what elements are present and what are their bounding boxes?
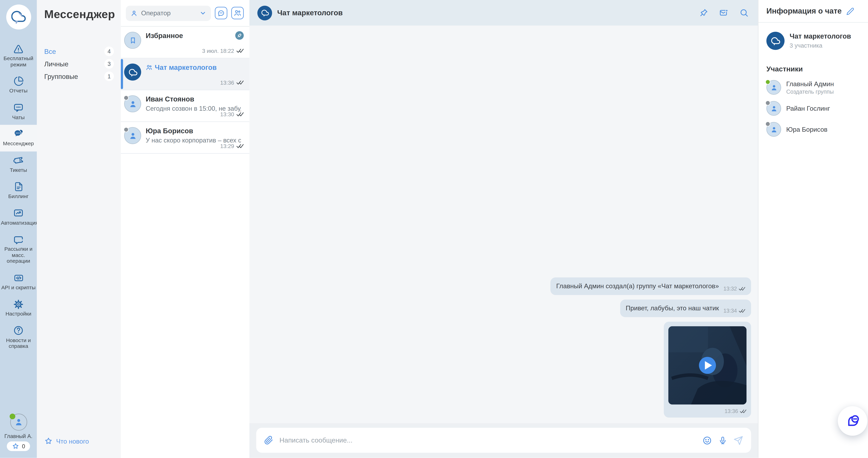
sidebar-item-label: Отчеты [9, 88, 28, 94]
sidebar-item-label: Мессенджер [3, 141, 34, 147]
operator-filter-value: Оператор [141, 10, 196, 17]
star-icon [44, 437, 53, 445]
left-rail: Бесплатный режим Отчеты Чаты Мессенджер [0, 0, 37, 458]
chat-time: 3 июл. 18:22 [202, 48, 234, 54]
chat-time: 13:30 [220, 111, 234, 117]
search-icon[interactable] [739, 8, 749, 18]
mark-unread-icon[interactable] [719, 8, 729, 18]
user-avatar [124, 95, 141, 112]
message-text: Привет, лабубы, это наш чатик [626, 304, 719, 313]
cloud-chat-icon [770, 36, 781, 46]
rail-user-section: Главный А. 0 [0, 413, 37, 451]
sidebar-item-label: Тикеты [10, 167, 27, 173]
sidebar-item-settings[interactable]: Настройки [0, 295, 37, 321]
chat-list-item-favorites[interactable]: Избранное 3 июл. 18:22 [121, 27, 249, 58]
selected-indicator [121, 59, 123, 89]
warning-triangle-icon [13, 44, 24, 54]
sidebar-item-label: Чаты [12, 114, 25, 120]
chat-list-item-yura[interactable]: Юра Борисов У нас скоро корпоратив – все… [121, 122, 249, 154]
sidebar-item-news-help[interactable]: Новости и справка [0, 321, 37, 354]
pin-icon[interactable] [699, 8, 709, 18]
chat-info-panel: Информация о чате Чат маркетологов 3 уча… [758, 0, 868, 458]
group-info-row: Чат маркетологов 3 участника [767, 32, 868, 50]
member-avatar [767, 122, 781, 137]
message-bubble: Привет, лабубы, это наш чатик 13:34 [620, 299, 751, 317]
chat-meta: 13:29 [220, 143, 244, 149]
support-widget-button[interactable] [838, 406, 867, 436]
chat-list-item-marketers[interactable]: Чат маркетологов 13:36 [121, 58, 249, 90]
operator-filter-select[interactable]: Оператор [126, 5, 211, 21]
read-status-icon [237, 144, 244, 148]
sidebar-item-broadcasts[interactable]: Рассылки и масс. операции [0, 230, 37, 268]
bookmark-icon [128, 36, 137, 45]
emoji-icon[interactable] [702, 435, 712, 445]
message-area: Главный Админ создал(а) группу «Чат марк… [249, 26, 758, 423]
sidebar-item-chats[interactable]: Чаты [0, 98, 37, 125]
rating-badge[interactable]: 0 [7, 441, 30, 451]
chat-list-item-ivan[interactable]: Иван Стоянов Сегодня созвон в 15:00, не … [121, 90, 249, 122]
members-section-header: Участники [767, 65, 868, 74]
chat-title: Избранное [146, 32, 244, 40]
edit-chat-icon[interactable] [846, 7, 854, 15]
sidebar-item-label: Биллинг [8, 193, 29, 199]
info-panel-header: Информация о чате [758, 0, 868, 23]
person-icon [770, 125, 778, 134]
filter-all[interactable]: Все 4 [44, 47, 114, 56]
cloud-chat-logo-icon [11, 10, 26, 25]
question-circle-icon [13, 325, 24, 336]
video-thumbnail[interactable] [669, 326, 747, 405]
group-chat-avatar [124, 64, 141, 81]
whats-new-link[interactable]: Что нового [44, 437, 89, 445]
chat-list-toolbar: Оператор [121, 0, 249, 27]
chat-filters: Все 4 Личные 3 Групповые 1 [44, 47, 121, 81]
gear-icon [13, 299, 24, 309]
person-icon [128, 99, 137, 109]
chart-arrow-icon [13, 208, 24, 218]
member-row-yura[interactable]: Юра Борисов [767, 122, 868, 137]
chat-meta: 3 июл. 18:22 [202, 48, 244, 54]
sidebar-item-label: Новости и справка [1, 337, 36, 349]
sidebar-item-reports[interactable]: Отчеты [0, 72, 37, 98]
current-user-name: Главный А. [4, 433, 32, 439]
chat-widget-icon [845, 413, 860, 429]
pinned-badge [235, 31, 244, 40]
pie-chart-icon [13, 76, 24, 86]
count-badge: 4 [104, 47, 114, 56]
member-row-admin[interactable]: Главный Админ Создатель группы [767, 80, 868, 95]
message-input[interactable] [279, 436, 696, 444]
sidebar-item-label: Рассылки и масс. операции [1, 246, 36, 264]
member-row-ryan[interactable]: Райан Гослинг [767, 101, 868, 116]
sidebar-item-automation[interactable]: Автоматизация [0, 204, 37, 230]
new-group-button[interactable] [231, 7, 244, 19]
group-name: Чат маркетологов [790, 32, 868, 40]
member-avatar [767, 80, 781, 95]
app-logo[interactable] [6, 4, 31, 30]
sidebar-item-billing[interactable]: Биллинг [0, 178, 37, 204]
sidebar-item-messenger[interactable]: Мессенджер [0, 125, 37, 151]
member-name: Главный Админ [786, 80, 834, 87]
group-chat-avatar [767, 32, 784, 50]
chat-preview: У нас скоро корпоратив – всех собирае [146, 137, 241, 144]
message-time: 13:32 [723, 285, 737, 291]
chat-meta: 13:30 [220, 111, 244, 117]
read-status-icon [739, 308, 745, 313]
voice-message-icon[interactable] [718, 435, 727, 445]
sidebar-item-api-scripts[interactable]: API и скрипты [0, 268, 37, 295]
person-icon [770, 104, 778, 113]
read-status-icon [237, 80, 244, 85]
new-chat-button[interactable] [215, 7, 227, 19]
messenger-app: Бесплатный режим Отчеты Чаты Мессенджер [0, 0, 868, 458]
attach-file-icon[interactable] [264, 436, 273, 445]
chat-title: Юра Борисов [146, 127, 244, 135]
chat-title: Чат маркетологов [146, 64, 244, 71]
sidebar-item-free-mode[interactable]: Бесплатный режим [0, 40, 37, 72]
current-user-avatar[interactable] [10, 413, 27, 431]
filter-personal[interactable]: Личные 3 [44, 60, 114, 68]
online-status-dot [9, 413, 15, 419]
sidebar-item-tickets[interactable]: Тикеты [0, 151, 37, 178]
send-icon[interactable] [734, 435, 743, 445]
chat-bubble-icon [217, 9, 225, 17]
filter-group[interactable]: Групповые 1 [44, 72, 114, 81]
star-icon [12, 442, 19, 450]
chat-bubble-icon [13, 102, 24, 113]
